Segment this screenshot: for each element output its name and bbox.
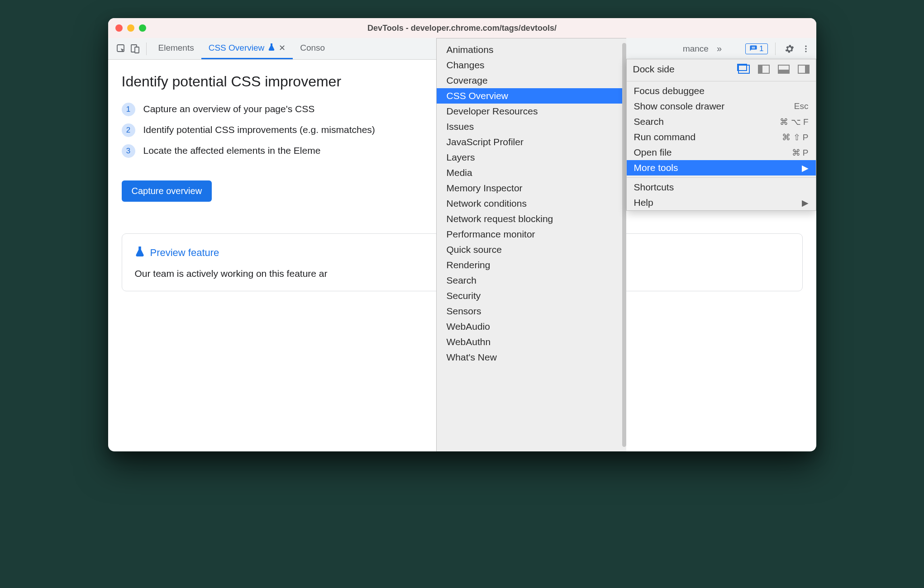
svg-point-4 [805, 48, 806, 49]
capture-overview-button[interactable]: Capture overview [122, 180, 212, 202]
menu-item-label: Run command [634, 132, 782, 142]
settings-gear-icon[interactable] [783, 42, 796, 56]
menu-item-shortcut: ▶ [802, 198, 809, 208]
menu-item-shortcut: ⌘ P [792, 147, 809, 158]
submenu-item[interactable]: WebAudio [437, 319, 626, 334]
submenu-item[interactable]: Developer Resources [437, 104, 626, 119]
menu-item-label: More tools [634, 162, 802, 173]
submenu-item[interactable]: Performance monitor [437, 227, 626, 242]
menu-item-shortcut: ⌘ ⇧ P [782, 132, 808, 142]
dock-side-options [738, 65, 810, 74]
dock-side-row: Dock side [627, 59, 816, 79]
devtools-window: DevTools - developer.chrome.com/tags/dev… [108, 18, 816, 451]
step-number: 3 [122, 144, 135, 158]
flask-icon [135, 246, 145, 260]
menu-item[interactable]: Search⌘ ⌥ F [627, 114, 816, 129]
step-number: 1 [122, 103, 135, 116]
chat-icon [749, 45, 757, 53]
submenu-item[interactable]: Memory Inspector [437, 180, 626, 196]
submenu-item[interactable]: What's New [437, 350, 626, 365]
submenu-item[interactable]: Network conditions [437, 196, 626, 211]
dock-side-label: Dock side [633, 64, 730, 75]
menu-item[interactable]: Run command⌘ ⇧ P [627, 129, 816, 145]
card-body-text: Our team is actively working on this fea… [135, 268, 328, 279]
overflow-tab-fragment[interactable]: mance [683, 44, 709, 54]
menu-more-tools[interactable]: More tools ▶ [627, 160, 816, 175]
dock-left-icon[interactable] [758, 65, 770, 74]
minimize-window-button[interactable] [127, 24, 134, 32]
menu-item[interactable]: Show console drawerEsc [627, 99, 816, 114]
menu-item-label: Show console drawer [634, 101, 794, 112]
panel-tabs: Elements CSS Overview ✕ Conso [151, 38, 333, 59]
tab-label: CSS Overview [209, 43, 265, 53]
submenu-item[interactable]: Quick source [437, 242, 626, 257]
menu-separator [627, 177, 816, 178]
menu-item[interactable]: Open file⌘ P [627, 145, 816, 160]
menu-item-shortcut: ⌘ ⌥ F [780, 117, 808, 127]
toolbar-separator [775, 43, 776, 55]
flask-icon [268, 43, 275, 53]
submenu-item[interactable]: Search [437, 273, 626, 288]
issues-count: 1 [759, 44, 763, 53]
step-text: Capture an overview of your page's CSS [143, 102, 315, 116]
dock-bottom-icon[interactable] [778, 65, 790, 74]
menu-item[interactable]: Focus debuggee [627, 83, 816, 99]
window-controls [115, 24, 146, 32]
maximize-window-button[interactable] [139, 24, 146, 32]
submenu-item[interactable]: Media [437, 165, 626, 180]
toolbar-right: mance » 1 [683, 42, 813, 56]
card-title: Preview feature [150, 247, 219, 259]
menu-item[interactable]: Help▶ [627, 195, 816, 210]
submenu-item[interactable]: Issues [437, 119, 626, 134]
submenu-item[interactable]: WebAuthn [437, 334, 626, 350]
submenu-arrow-icon: ▶ [802, 163, 809, 173]
kebab-menu: Dock side Focus debuggeeShow console dra… [626, 59, 816, 211]
tab-css-overview[interactable]: CSS Overview ✕ [201, 38, 293, 59]
submenu-item[interactable]: Layers [437, 150, 626, 165]
toolbar-separator [146, 43, 147, 55]
close-window-button[interactable] [115, 24, 123, 32]
menu-separator [627, 81, 816, 81]
step-text: Locate the affected elements in the Elem… [143, 143, 321, 158]
submenu-item[interactable]: Rendering [437, 257, 626, 273]
menu-item-label: Help [634, 197, 802, 208]
menu-item-label: Search [634, 116, 780, 127]
menu-item-shortcut: Esc [794, 101, 809, 111]
submenu-item[interactable]: CSS Overview [437, 88, 626, 104]
kebab-menu-icon[interactable] [799, 42, 813, 56]
tab-label: Conso [300, 43, 325, 53]
step-text: Identify potential CSS improvements (e.g… [143, 123, 375, 137]
more-tabs-chevron-icon[interactable]: » [717, 43, 722, 54]
submenu-item[interactable]: JavaScript Profiler [437, 134, 626, 150]
dock-right-icon[interactable] [798, 65, 810, 74]
submenu-scrollbar[interactable] [622, 43, 626, 447]
menu-item-label: Focus debuggee [634, 85, 809, 96]
tab-label: Elements [158, 43, 194, 53]
submenu-item[interactable]: Sensors [437, 303, 626, 319]
submenu-item[interactable]: Security [437, 288, 626, 303]
dock-undock-icon[interactable] [738, 65, 750, 74]
step-number: 2 [122, 123, 135, 137]
menu-item-label: Shortcuts [634, 182, 809, 193]
svg-point-5 [805, 51, 806, 52]
menu-item-label: Open file [634, 147, 792, 158]
submenu-item[interactable]: Network request blocking [437, 211, 626, 227]
device-toggle-icon[interactable] [128, 42, 142, 56]
inspect-element-icon[interactable] [114, 42, 128, 56]
svg-rect-2 [135, 47, 139, 53]
issues-badge[interactable]: 1 [745, 43, 767, 54]
tab-console[interactable]: Conso [293, 38, 332, 59]
submenu-item[interactable]: Coverage [437, 73, 626, 88]
window-title: DevTools - developer.chrome.com/tags/dev… [108, 24, 816, 33]
titlebar: DevTools - developer.chrome.com/tags/dev… [108, 18, 816, 38]
submenu-item[interactable]: Animations [437, 42, 626, 57]
more-tools-submenu: AnimationsChangesCoverageCSS OverviewDev… [436, 38, 626, 451]
tab-elements[interactable]: Elements [151, 38, 201, 59]
svg-point-3 [805, 45, 806, 47]
close-tab-icon[interactable]: ✕ [279, 43, 286, 53]
submenu-item[interactable]: Changes [437, 57, 626, 73]
menu-item[interactable]: Shortcuts [627, 180, 816, 195]
